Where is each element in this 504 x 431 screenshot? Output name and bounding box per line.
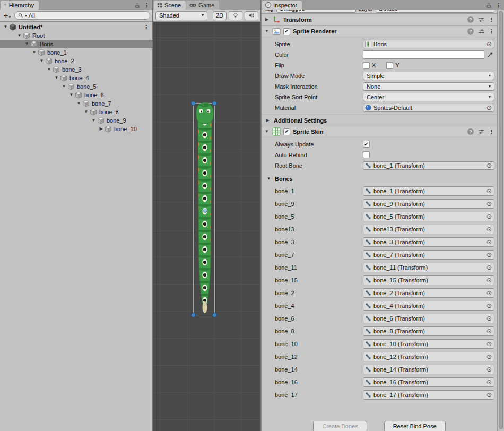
foldout-icon[interactable]: ▶ xyxy=(264,18,270,22)
bone-object-field[interactable]: bone_17 (Transform)⊙ xyxy=(363,390,494,400)
object-picker-icon[interactable]: ⊙ xyxy=(486,226,492,232)
object-picker-icon[interactable]: ⊙ xyxy=(486,315,492,322)
bone-object-field[interactable]: bone_7 (Transform)⊙ xyxy=(363,250,494,260)
bone-object-field[interactable]: bone13 (Transform)⊙ xyxy=(363,225,494,234)
eyedropper-button[interactable] xyxy=(486,50,494,59)
hierarchy-item-bone-3[interactable]: ▼ bone_3 xyxy=(0,65,152,74)
object-picker-icon[interactable]: ⊙ xyxy=(486,392,492,398)
object-picker-icon[interactable]: ⊙ xyxy=(486,328,492,334)
layer-dropdown[interactable]: Default ▾ xyxy=(376,10,494,13)
bone-object-field[interactable]: bone_14 (Transform)⊙ xyxy=(363,365,494,374)
object-picker-icon[interactable]: ⊙ xyxy=(486,303,492,309)
object-picker-icon[interactable]: ⊙ xyxy=(486,264,492,271)
foldout-icon[interactable]: ▼ xyxy=(46,67,53,72)
object-picker-icon[interactable]: ⊙ xyxy=(486,354,492,360)
object-picker-icon[interactable]: ⊙ xyxy=(486,105,492,111)
foldout-icon[interactable]: ▼ xyxy=(16,33,23,38)
sort-point-dropdown[interactable]: Center ▾ xyxy=(363,93,494,101)
sprite-skin-component-header[interactable]: ▼ ✔ Sprite Skin ? ⋮ xyxy=(262,126,497,137)
scene-audio-button[interactable] xyxy=(245,11,258,20)
component-menu-icon[interactable]: ⋮ xyxy=(489,29,494,35)
bone-object-field[interactable]: bone_5 (Transform)⊙ xyxy=(363,212,494,221)
object-picker-icon[interactable]: ⊙ xyxy=(486,366,492,373)
foldout-icon[interactable]: ▶ xyxy=(264,118,271,123)
bone-object-field[interactable]: bone_9 (Transform)⊙ xyxy=(363,199,494,209)
transform-component-header[interactable]: ▶ Transform ? ⋮ xyxy=(262,14,497,25)
hierarchy-item-bone-5[interactable]: ▼ bone_5 xyxy=(0,82,152,91)
bone-object-field[interactable]: bone_4 (Transform)⊙ xyxy=(363,301,494,311)
object-picker-icon[interactable]: ⊙ xyxy=(486,201,492,207)
object-picker-icon[interactable]: ⊙ xyxy=(486,290,492,296)
object-picker-icon[interactable]: ⊙ xyxy=(486,252,492,258)
sprite-object-field[interactable]: Boris ⊙ xyxy=(363,40,494,48)
selection-handle-bottom-right[interactable] xyxy=(213,313,217,317)
hierarchy-item-bone-6[interactable]: ▼ bone_6 xyxy=(0,91,152,99)
bone-object-field[interactable]: bone_8 (Transform)⊙ xyxy=(363,326,494,336)
create-bones-button[interactable]: Create Bones xyxy=(313,421,367,431)
object-picker-icon[interactable]: ⊙ xyxy=(486,41,492,47)
help-icon[interactable]: ? xyxy=(467,128,474,135)
bone-object-field[interactable]: bone_3 (Transform)⊙ xyxy=(363,237,494,247)
bone-object-field[interactable]: bone_16 (Transform)⊙ xyxy=(363,377,494,387)
bone-object-field[interactable]: bone_10 (Transform)⊙ xyxy=(363,339,494,349)
toggle-2d-button[interactable]: 2D xyxy=(213,11,227,20)
object-picker-icon[interactable]: ⊙ xyxy=(486,277,492,283)
scrollbar-thumb[interactable] xyxy=(499,11,503,429)
color-swatch-field[interactable] xyxy=(363,50,484,59)
hierarchy-item-bone-8[interactable]: ▼ bone_8 xyxy=(0,108,152,116)
bone-object-field[interactable]: bone_11 (Transform)⊙ xyxy=(363,263,494,272)
tab-game[interactable]: Game xyxy=(186,1,219,10)
selection-handle-bottom-left[interactable] xyxy=(192,313,196,317)
component-menu-icon[interactable]: ⋮ xyxy=(489,129,494,135)
scene-lighting-button[interactable] xyxy=(229,11,242,20)
foldout-icon[interactable]: ▼ xyxy=(264,29,270,33)
bone-object-field[interactable]: bone_2 (Transform)⊙ xyxy=(363,288,494,298)
tab-scene[interactable]: Scene xyxy=(154,1,186,10)
hierarchy-item-root[interactable]: ▼ Root xyxy=(0,31,152,40)
foldout-icon[interactable]: ▼ xyxy=(90,118,97,123)
foldout-icon[interactable]: ▼ xyxy=(265,177,272,181)
foldout-icon[interactable]: ▼ xyxy=(264,130,270,134)
object-picker-icon[interactable]: ⊙ xyxy=(486,162,492,169)
hierarchy-item-bone-9[interactable]: ▼ bone_9 xyxy=(0,116,152,125)
hierarchy-item-bone-4[interactable]: ▼ bone_4 xyxy=(0,74,152,82)
bones-foldout[interactable]: ▼ Bones xyxy=(262,173,497,185)
hierarchy-item-bone-1[interactable]: ▼ bone_1 xyxy=(0,48,152,57)
presets-icon[interactable] xyxy=(478,28,484,35)
hierarchy-search-input[interactable]: ▾ All xyxy=(14,11,150,20)
additional-settings-foldout[interactable]: ▶ Additional Settings xyxy=(262,114,497,126)
bone-object-field[interactable]: bone_1 (Transform)⊙ xyxy=(363,186,494,196)
inspector-scrollbar[interactable] xyxy=(497,10,504,431)
object-picker-icon[interactable]: ⊙ xyxy=(486,188,492,194)
always-update-checkbox[interactable]: ✔ xyxy=(363,141,370,148)
reset-bind-pose-button[interactable]: Reset Bind Pose xyxy=(384,421,446,431)
help-icon[interactable]: ? xyxy=(467,16,474,23)
foldout-icon[interactable]: ▼ xyxy=(53,76,60,80)
help-icon[interactable]: ? xyxy=(467,28,474,35)
sprite-boris-in-scene[interactable] xyxy=(153,22,261,431)
lock-icon[interactable] xyxy=(486,3,492,8)
hierarchy-item-untitled[interactable]: ▼ Untitled* ⋮ xyxy=(0,23,152,31)
sprite-skin-enabled-checkbox[interactable]: ✔ xyxy=(283,128,290,135)
tab-hierarchy[interactable]: ≡ Hierarchy xyxy=(1,1,39,10)
scene-menu-icon[interactable]: ⋮ xyxy=(143,24,149,30)
foldout-icon[interactable]: ▼ xyxy=(68,93,75,97)
tag-dropdown[interactable]: Untagged ▾ xyxy=(276,10,356,13)
selection-handle-top-right[interactable] xyxy=(213,101,217,106)
hierarchy-item-bone-2[interactable]: ▼ bone_2 xyxy=(0,57,152,65)
presets-icon[interactable] xyxy=(478,128,484,135)
object-picker-icon[interactable]: ⊙ xyxy=(486,341,492,347)
hierarchy-item-boris[interactable]: ▼ Boris xyxy=(0,40,152,48)
flip-x-checkbox[interactable] xyxy=(363,62,370,69)
presets-icon[interactable] xyxy=(478,16,484,23)
tab-inspector[interactable]: i Inspector xyxy=(262,1,302,10)
hierarchy-item-bone-7[interactable]: ▼ bone_7 xyxy=(0,99,152,108)
object-picker-icon[interactable]: ⊙ xyxy=(486,213,492,220)
auto-rebind-checkbox[interactable] xyxy=(363,151,370,158)
foldout-icon[interactable]: ▶ xyxy=(98,127,105,131)
foldout-icon[interactable]: ▼ xyxy=(23,42,30,46)
panel-menu-icon[interactable]: ⋮ xyxy=(144,3,150,8)
create-object-button[interactable]: + ▾ xyxy=(2,11,12,20)
foldout-icon[interactable]: ▼ xyxy=(31,50,38,55)
foldout-icon[interactable]: ▼ xyxy=(75,101,82,106)
